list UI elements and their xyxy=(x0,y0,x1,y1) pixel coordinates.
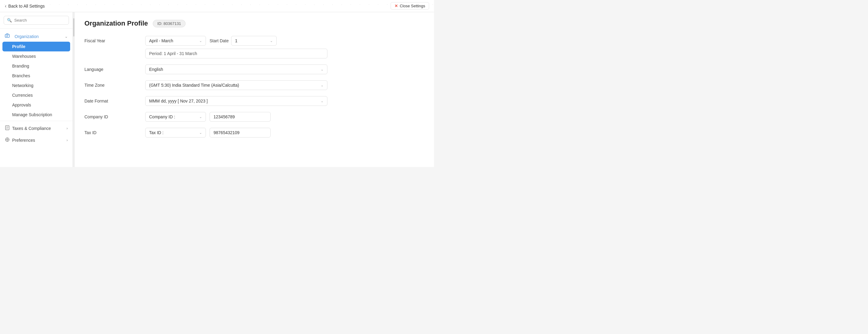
main-layout: 🔍 Organization xyxy=(0,12,434,167)
start-date-chevron-icon: ⌄ xyxy=(270,39,273,43)
company-id-type-select[interactable]: Company ID : ⌄ xyxy=(145,112,206,122)
fiscal-year-value: April - March xyxy=(149,38,173,43)
sidebar-item-manage-subscription[interactable]: Manage Subscription xyxy=(0,110,72,119)
taxes-icon xyxy=(5,125,10,131)
sidebar-section-preferences[interactable]: Preferences › xyxy=(0,134,72,146)
timezone-value: (GMT 5:30) India Standard Time (Asia/Cal… xyxy=(149,83,239,88)
sidebar-section-organization[interactable]: Organization ⌄ xyxy=(0,31,72,42)
sidebar-item-branches[interactable]: Branches xyxy=(0,71,72,81)
prefs-label-group: Preferences xyxy=(5,137,35,143)
content-area: Organization Profile ID: 80367131 Fiscal… xyxy=(75,12,434,167)
scrollbar[interactable] xyxy=(73,12,75,167)
tax-id-type-value: Tax ID : xyxy=(149,130,163,135)
start-date-group: Start Date 1 ⌄ xyxy=(210,36,277,46)
sidebar-item-warehouses[interactable]: Warehouses xyxy=(0,51,72,61)
timezone-select[interactable]: (GMT 5:30) India Standard Time (Asia/Cal… xyxy=(145,80,328,90)
date-format-row: Date Format MMM dd, yyyy [ Nov 27, 2023 … xyxy=(85,96,424,106)
sidebar-item-profile[interactable]: Profile xyxy=(2,42,70,51)
tax-id-type-chevron-icon: ⌄ xyxy=(199,131,202,135)
sidebar-item-branding[interactable]: Branding xyxy=(0,61,72,71)
sidebar-item-currencies[interactable]: Currencies xyxy=(0,90,72,100)
tax-id-row: Tax ID Tax ID : ⌄ xyxy=(85,128,424,138)
fiscal-year-selects-row: April - March ⌄ Start Date 1 ⌄ xyxy=(145,36,328,46)
company-id-inputs-row: Company ID : ⌄ xyxy=(145,112,328,122)
org-label-group: Organization xyxy=(5,33,38,39)
close-settings-button[interactable]: ✕ Close Settings xyxy=(391,2,429,10)
tax-id-inputs-row: Tax ID : ⌄ xyxy=(145,128,328,138)
timezone-row: Time Zone (GMT 5:30) India Standard Time… xyxy=(85,80,424,90)
close-settings-label: Close Settings xyxy=(400,4,425,8)
taxes-chevron-icon: › xyxy=(66,126,68,131)
close-x-icon: ✕ xyxy=(395,4,398,8)
search-wrapper[interactable]: 🔍 xyxy=(4,16,69,25)
svg-rect-0 xyxy=(5,34,9,37)
start-date-value: 1 xyxy=(235,38,238,43)
tax-id-type-select[interactable]: Tax ID : ⌄ xyxy=(145,128,206,138)
language-label: Language xyxy=(85,64,145,72)
top-bar: ‹ Back to All Settings ✕ Close Settings xyxy=(0,0,434,12)
language-value: English xyxy=(149,67,163,72)
company-id-type-value: Company ID : xyxy=(149,114,175,119)
sidebar-section-taxes[interactable]: Taxes & Compliance › xyxy=(0,122,72,134)
divider-1 xyxy=(0,121,72,121)
fiscal-year-controls: April - March ⌄ Start Date 1 ⌄ Period: 1… xyxy=(145,36,328,58)
timezone-controls: (GMT 5:30) India Standard Time (Asia/Cal… xyxy=(145,80,328,90)
id-badge: ID: 80367131 xyxy=(153,20,186,27)
svg-point-8 xyxy=(7,139,8,140)
company-id-input[interactable] xyxy=(210,112,271,122)
tax-id-input[interactable] xyxy=(210,128,271,138)
prefs-section-label: Preferences xyxy=(12,138,35,143)
fiscal-year-select[interactable]: April - March ⌄ xyxy=(145,36,206,46)
company-id-row: Company ID Company ID : ⌄ xyxy=(85,112,424,122)
tax-id-controls: Tax ID : ⌄ xyxy=(145,128,328,138)
sidebar-item-approvals[interactable]: Approvals xyxy=(0,100,72,110)
back-button-label: Back to All Settings xyxy=(8,4,44,8)
date-format-label: Date Format xyxy=(85,96,145,104)
prefs-icon xyxy=(5,137,10,143)
org-section-label: Organization xyxy=(14,34,38,39)
sidebar-item-networking[interactable]: Networking xyxy=(0,81,72,90)
back-chevron-icon: ‹ xyxy=(5,3,6,9)
company-id-type-chevron-icon: ⌄ xyxy=(199,115,202,119)
form-section: Fiscal Year April - March ⌄ Start Date 1… xyxy=(85,36,424,138)
search-container: 🔍 xyxy=(0,12,72,29)
date-format-controls: MMM dd, yyyy [ Nov 27, 2023 ] ⌄ xyxy=(145,96,328,106)
language-controls: English ⌄ xyxy=(145,64,328,74)
language-chevron-icon: ⌄ xyxy=(321,67,323,72)
company-id-label: Company ID xyxy=(85,112,145,119)
timezone-label: Time Zone xyxy=(85,80,145,88)
search-input[interactable] xyxy=(14,18,66,23)
org-icon xyxy=(5,33,10,39)
sidebar-nav: Organization ⌄ Profile Warehouses Brandi… xyxy=(0,29,72,167)
date-format-chevron-icon: ⌄ xyxy=(321,99,323,103)
org-chevron-icon: ⌄ xyxy=(65,34,68,39)
page-header: Organization Profile ID: 80367131 xyxy=(85,20,424,27)
taxes-section-label: Taxes & Compliance xyxy=(12,126,51,131)
back-button[interactable]: ‹ Back to All Settings xyxy=(5,3,44,9)
taxes-label-group: Taxes & Compliance xyxy=(5,125,51,131)
prefs-chevron-icon: › xyxy=(66,138,68,142)
start-date-label: Start Date xyxy=(210,38,229,43)
tax-id-label: Tax ID xyxy=(85,128,145,135)
timezone-chevron-icon: ⌄ xyxy=(321,83,323,87)
language-row: Language English ⌄ xyxy=(85,64,424,74)
period-text: Period: 1 April - 31 March xyxy=(145,49,328,58)
fiscal-year-label: Fiscal Year xyxy=(85,36,145,43)
company-id-controls: Company ID : ⌄ xyxy=(145,112,328,122)
date-format-select[interactable]: MMM dd, yyyy [ Nov 27, 2023 ] ⌄ xyxy=(145,96,328,106)
search-icon: 🔍 xyxy=(7,18,12,23)
scrollbar-thumb[interactable] xyxy=(73,18,74,36)
date-format-value: MMM dd, yyyy [ Nov 27, 2023 ] xyxy=(149,99,208,104)
sidebar: 🔍 Organization xyxy=(0,12,73,167)
fiscal-year-row: Fiscal Year April - March ⌄ Start Date 1… xyxy=(85,36,424,58)
page-title: Organization Profile xyxy=(85,20,148,27)
language-select[interactable]: English ⌄ xyxy=(145,64,328,74)
start-date-select[interactable]: 1 ⌄ xyxy=(231,36,277,46)
fiscal-year-chevron-icon: ⌄ xyxy=(199,39,202,43)
